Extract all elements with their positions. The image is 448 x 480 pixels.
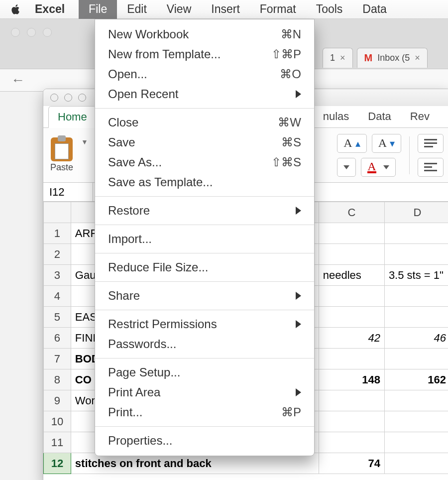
cell[interactable]: [384, 390, 448, 411]
menu-item[interactable]: New Workbook⌘N: [95, 24, 314, 44]
cell[interactable]: needles: [319, 265, 384, 286]
grow-font-button[interactable]: A▴: [337, 134, 366, 153]
ribbon-tab-formulas[interactable]: nulas: [314, 106, 359, 127]
menubar-item-view[interactable]: View: [157, 0, 201, 19]
cell[interactable]: [319, 390, 384, 411]
align-left-button[interactable]: [418, 158, 444, 177]
row-header[interactable]: 2: [44, 244, 71, 265]
row-header[interactable]: 3: [44, 265, 71, 286]
traffic-light-close[interactable]: [11, 28, 20, 37]
row-header[interactable]: 7: [44, 349, 71, 369]
traffic-light-max[interactable]: [43, 28, 52, 37]
menu-item[interactable]: Open...⌘O: [95, 64, 314, 84]
row-header[interactable]: 12: [44, 453, 71, 474]
shrink-font-button[interactable]: A▾: [372, 134, 401, 153]
cell[interactable]: [319, 411, 384, 432]
paste-button[interactable]: Paste: [50, 137, 73, 173]
ribbon-tab-home[interactable]: Home: [48, 106, 97, 128]
menu-shortcut: ⇧⌘P: [271, 47, 301, 61]
paste-label: Paste: [50, 162, 73, 173]
menu-item[interactable]: Print Area: [95, 382, 314, 402]
menu-item[interactable]: Reduce File Size...: [95, 257, 314, 277]
traffic-light-close[interactable]: [50, 94, 58, 102]
menu-item[interactable]: Share: [95, 286, 314, 306]
menu-item-label: New Workbook: [108, 27, 189, 41]
cell[interactable]: [384, 453, 448, 474]
align-top-button[interactable]: [418, 134, 444, 153]
ribbon-tab-review[interactable]: Rev: [401, 106, 439, 127]
menubar-item-data[interactable]: Data: [352, 0, 397, 19]
menu-item[interactable]: Close⌘W: [95, 113, 314, 132]
menubar-item-file[interactable]: File: [79, 0, 117, 19]
back-icon[interactable]: ←: [11, 72, 25, 88]
cell[interactable]: [319, 349, 384, 369]
cell[interactable]: 74: [319, 453, 384, 474]
row-header[interactable]: 5: [44, 307, 71, 328]
menu-item[interactable]: Save as Template...: [95, 172, 314, 192]
traffic-light-min[interactable]: [64, 94, 72, 102]
menu-item[interactable]: Restrict Permissions: [95, 314, 314, 334]
browser-tab-gmail[interactable]: M Inbox (5 ×: [357, 48, 428, 68]
close-tab-icon[interactable]: ×: [415, 53, 420, 63]
fill-color-button[interactable]: [337, 158, 356, 177]
cell[interactable]: [319, 307, 384, 328]
menu-item-label: Close: [108, 116, 138, 129]
cell[interactable]: 46: [384, 328, 448, 349]
paste-dropdown-icon[interactable]: ▼: [81, 138, 88, 146]
row-header[interactable]: 9: [44, 390, 71, 411]
browser-tab[interactable]: 1 ×: [323, 48, 353, 68]
menubar-item-edit[interactable]: Edit: [117, 0, 157, 19]
ribbon-tab-data[interactable]: Data: [358, 106, 400, 127]
cell[interactable]: [384, 349, 448, 369]
cell[interactable]: 3.5 sts = 1": [384, 265, 448, 286]
menu-item[interactable]: Restore: [95, 201, 314, 221]
menu-item[interactable]: Properties...: [95, 431, 314, 451]
menu-item[interactable]: Save As...⇧⌘S: [95, 152, 314, 172]
cell[interactable]: 148: [319, 369, 384, 390]
cell[interactable]: [384, 286, 448, 307]
row-header[interactable]: 4: [44, 286, 71, 307]
cell[interactable]: [384, 411, 448, 432]
name-box[interactable]: I12: [43, 183, 93, 201]
select-all-corner[interactable]: [44, 202, 71, 223]
row-header[interactable]: 1: [44, 223, 71, 244]
column-header[interactable]: D: [384, 202, 448, 223]
ribbon-separator: [409, 136, 410, 174]
menu-item[interactable]: New from Template...⇧⌘P: [95, 44, 314, 64]
submenu-arrow-icon: [296, 292, 301, 300]
menu-item[interactable]: Import...: [95, 229, 314, 249]
column-header[interactable]: C: [319, 202, 384, 223]
menubar-item-insert[interactable]: Insert: [201, 0, 250, 19]
menu-item[interactable]: Print...⌘P: [95, 402, 314, 422]
cell[interactable]: 42: [319, 328, 384, 349]
font-color-button[interactable]: A: [361, 158, 395, 177]
cell[interactable]: [319, 432, 384, 453]
menu-item[interactable]: Open Recent: [95, 84, 314, 104]
tab-label: 1: [330, 53, 335, 63]
cell[interactable]: [319, 286, 384, 307]
menubar-item-format[interactable]: Format: [250, 0, 306, 19]
menu-item[interactable]: Passwords...: [95, 334, 314, 354]
cell[interactable]: [384, 223, 448, 244]
menu-shortcut: ⌘N: [281, 27, 301, 41]
row-header[interactable]: 10: [44, 411, 71, 432]
cell[interactable]: [384, 432, 448, 453]
row-header[interactable]: 6: [44, 328, 71, 349]
mac-menubar: Excel FileEditViewInsertFormatToolsData: [0, 0, 448, 19]
cell[interactable]: [319, 244, 384, 265]
cell[interactable]: 162: [384, 369, 448, 390]
menu-item[interactable]: Save⌘S: [95, 132, 314, 152]
file-menu-dropdown: New Workbook⌘NNew from Template...⇧⌘POpe…: [95, 19, 315, 456]
traffic-light-max[interactable]: [78, 94, 86, 102]
close-tab-icon[interactable]: ×: [340, 53, 345, 63]
menu-item-label: Save As...: [108, 155, 162, 169]
menubar-item-tools[interactable]: Tools: [306, 0, 353, 19]
traffic-light-min[interactable]: [27, 28, 36, 37]
menu-item[interactable]: Page Setup...: [95, 362, 314, 382]
row-header[interactable]: 8: [44, 369, 71, 390]
cell[interactable]: [384, 307, 448, 328]
cell[interactable]: [384, 244, 448, 265]
row-header[interactable]: 11: [44, 432, 71, 453]
gmail-icon: M: [364, 52, 373, 64]
cell[interactable]: [319, 223, 384, 244]
